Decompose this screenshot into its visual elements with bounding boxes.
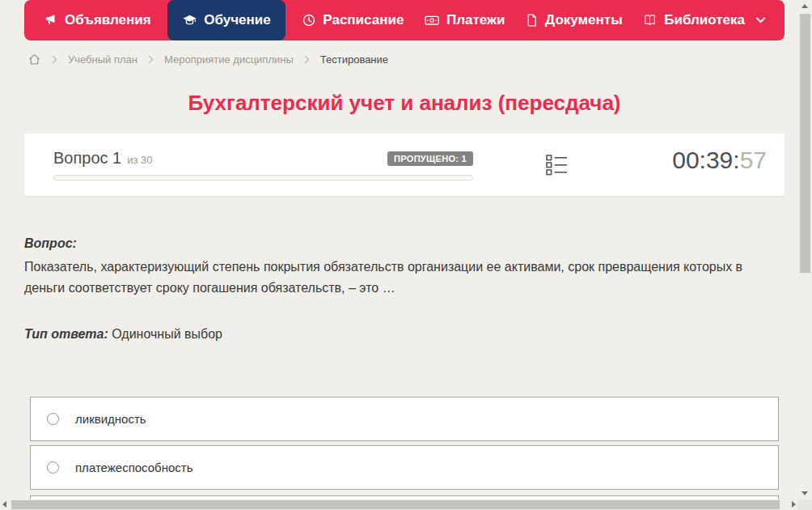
main-nav: Объявления Обучение Расписание Платежи Д: [24, 0, 785, 40]
answer-option-liquidity[interactable]: ликвидность: [30, 397, 779, 441]
nav-item-learning[interactable]: Обучение: [167, 0, 285, 40]
vertical-scrollbar[interactable]: [798, 0, 812, 499]
breadcrumb-chevron-icon: [52, 55, 57, 64]
question-total: из 30: [127, 154, 152, 166]
question-text: Показатель, характеризующий степень покр…: [24, 257, 762, 299]
clock-icon: [302, 13, 316, 28]
timer-seconds: 57: [740, 147, 767, 173]
question-header-card: Вопрос 1 из 30 ПРОПУЩЕНО: 1 00:39:57: [24, 134, 785, 196]
nav-item-library[interactable]: Библиотека: [639, 0, 768, 40]
horizontal-scrollbar-thumb[interactable]: [11, 500, 780, 509]
nav-item-label: Документы: [545, 12, 623, 28]
horizontal-scrollbar[interactable]: [0, 499, 798, 510]
skipped-badge: ПРОПУЩЕНО: 1: [387, 151, 473, 166]
radio-icon[interactable]: [47, 413, 59, 425]
timer-minutes: 00:39:: [672, 147, 739, 173]
breadcrumb-item-discipline-event[interactable]: Мероприятие дисциплины: [164, 53, 294, 66]
question-list-button[interactable]: [546, 154, 568, 176]
scroll-down-arrow[interactable]: [801, 491, 808, 495]
scrollbar-corner: [798, 499, 812, 510]
timer: 00:39:57: [672, 147, 767, 174]
page-title: Бухгалтерский учет и анализ (пересдача): [24, 91, 785, 116]
question-header-row: Вопрос 1 из 30 ПРОПУЩЕНО: 1: [53, 149, 473, 168]
progress-bar: [53, 175, 473, 181]
question-label: Вопрос:: [24, 236, 77, 251]
vertical-scrollbar-thumb[interactable]: [800, 14, 810, 273]
nav-item-label: Объявления: [65, 12, 151, 28]
breadcrumb-chevron-icon: [148, 55, 154, 64]
home-icon[interactable]: [27, 53, 41, 66]
breadcrumb: Учебный план Мероприятие дисциплины Тест…: [27, 49, 388, 69]
scroll-up-arrow[interactable]: [801, 4, 808, 8]
nav-item-payments[interactable]: Платежи: [421, 0, 509, 40]
breadcrumb-item-testing: Тестирование: [320, 53, 388, 66]
nav-item-schedule[interactable]: Расписание: [298, 0, 407, 40]
banknote-icon: [424, 13, 440, 28]
open-book-icon: [642, 13, 658, 28]
question-number: Вопрос 1: [53, 149, 121, 168]
scroll-left-arrow[interactable]: [2, 501, 6, 508]
document-icon: [525, 13, 539, 28]
nav-item-documents[interactable]: Документы: [522, 0, 626, 40]
question-list-icon: [546, 154, 568, 176]
nav-item-label: Библиотека: [664, 12, 745, 28]
breadcrumb-item-curriculum[interactable]: Учебный план: [68, 53, 137, 66]
answer-type: Тип ответа: Одиночный выбор: [24, 327, 222, 342]
scroll-right-arrow[interactable]: [792, 501, 796, 508]
nav-item-announcements[interactable]: Объявления: [40, 0, 154, 40]
answer-option-solvency[interactable]: платежеспособность: [30, 445, 779, 490]
megaphone-icon: [44, 13, 58, 28]
nav-item-label: Платежи: [446, 12, 505, 28]
chevron-down-icon: [756, 17, 765, 23]
nav-item-label: Обучение: [204, 12, 270, 28]
answer-type-value: Одиночный выбор: [112, 327, 222, 341]
breadcrumb-chevron-icon: [304, 55, 310, 64]
graduation-cap-icon: [182, 13, 197, 28]
answer-type-label: Тип ответа:: [24, 327, 108, 341]
answer-option-label: ликвидность: [75, 412, 146, 426]
test-page: Объявления Обучение Расписание Платежи Д: [0, 0, 812, 510]
nav-item-label: Расписание: [323, 12, 404, 28]
answer-option-label: платежеспособность: [75, 461, 193, 474]
radio-icon[interactable]: [47, 461, 59, 474]
